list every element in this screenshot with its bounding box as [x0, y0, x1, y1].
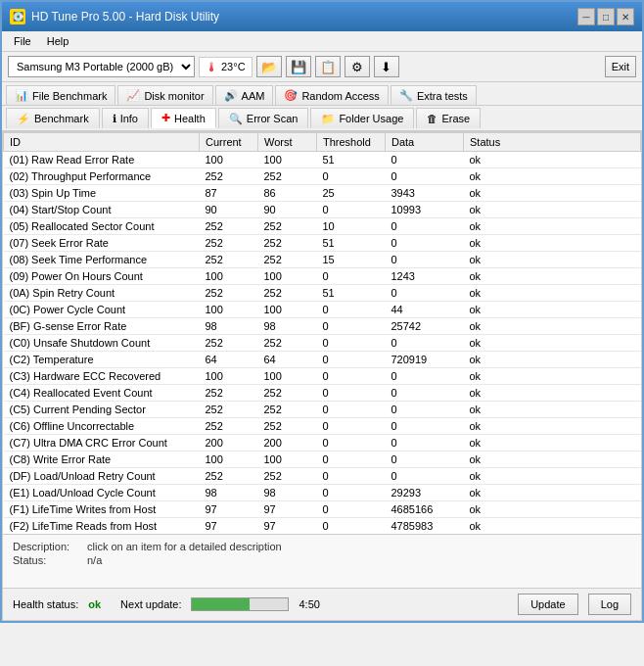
cell-data: 0	[386, 252, 464, 268]
tab-folder-usage[interactable]: 📁 Folder Usage	[310, 108, 414, 128]
cell-status: ok	[464, 435, 641, 452]
table-row[interactable]: (C6) Offline Uncorrectable 252 252 0 0 o…	[4, 418, 641, 435]
tab-erase-label: Erase	[441, 113, 470, 124]
toolbar-btn-4[interactable]: ⚙	[345, 56, 370, 77]
cell-status: ok	[464, 418, 641, 435]
folder-usage-icon: 📁	[321, 113, 335, 125]
cell-threshold: 0	[317, 485, 386, 501]
cell-threshold: 0	[317, 168, 386, 185]
cell-status: ok	[464, 501, 641, 518]
table-row[interactable]: (F2) LifeTime Reads from Host 97 97 0 47…	[4, 518, 641, 535]
table-row[interactable]: (08) Seek Time Performance 252 252 15 0 …	[4, 252, 641, 268]
table-row[interactable]: (BF) G-sense Error Rate 98 98 0 25742 ok	[4, 318, 641, 335]
tab-aam[interactable]: 🔊 AAM	[215, 85, 274, 105]
toolbar-btn-5[interactable]: ⬇	[374, 56, 399, 77]
toolbar-btn-3[interactable]: 📋	[315, 56, 341, 77]
cell-threshold: 25	[317, 185, 386, 202]
cell-data: 29293	[386, 485, 464, 501]
cell-current: 252	[200, 168, 258, 185]
cell-threshold: 51	[317, 235, 386, 252]
table-row[interactable]: (C7) Ultra DMA CRC Error Count 200 200 0…	[4, 435, 641, 452]
cell-status: ok	[464, 485, 641, 501]
cell-threshold: 0	[317, 468, 386, 485]
table-row[interactable]: (F1) LifeTime Writes from Host 97 97 0 4…	[4, 501, 641, 518]
aam-icon: 🔊	[224, 89, 238, 102]
cell-data: 0	[386, 152, 464, 168]
table-row[interactable]: (02) Throughput Performance 252 252 0 0 …	[4, 168, 641, 185]
table-row[interactable]: (0A) Spin Retry Count 252 252 51 0 ok	[4, 285, 641, 302]
tab-error-scan-label: Error Scan	[247, 113, 299, 124]
tab-extra-tests[interactable]: 🔧 Extra tests	[391, 85, 477, 105]
menu-file[interactable]: File	[6, 33, 39, 49]
cell-id: (C8) Write Error Rate	[4, 452, 200, 468]
cell-status: ok	[464, 218, 641, 235]
table-row[interactable]: (DF) Load/Unload Retry Count 252 252 0 0…	[4, 468, 641, 485]
table-row[interactable]: (03) Spin Up Time 87 86 25 3943 ok	[4, 185, 641, 202]
toolbar-btn-2[interactable]: 💾	[286, 56, 311, 77]
minimize-button[interactable]: ─	[577, 8, 595, 25]
cell-threshold: 51	[317, 285, 386, 302]
exit-button[interactable]: Exit	[605, 56, 636, 77]
table-row[interactable]: (C0) Unsafe Shutdown Count 252 252 0 0 o…	[4, 335, 641, 352]
tab-file-benchmark[interactable]: 📊 File Benchmark	[6, 85, 115, 105]
title-bar-left: 💽 HD Tune Pro 5.00 - Hard Disk Utility	[10, 9, 219, 24]
tab-info[interactable]: ℹ Info	[102, 108, 149, 128]
update-button[interactable]: Update	[518, 594, 577, 615]
tab-erase[interactable]: 🗑 Erase	[416, 108, 481, 128]
disk-monitor-icon: 📈	[126, 89, 140, 102]
table-row[interactable]: (09) Power On Hours Count 100 100 0 1243…	[4, 268, 641, 285]
cell-id: (F1) LifeTime Writes from Host	[4, 501, 200, 518]
drive-selector[interactable]: Samsung M3 Portable (2000 gB)	[8, 56, 195, 77]
table-row[interactable]: (04) Start/Stop Count 90 90 0 10993 ok	[4, 202, 641, 218]
cell-status: ok	[464, 252, 641, 268]
table-row[interactable]: (07) Seek Error Rate 252 252 51 0 ok	[4, 235, 641, 252]
cell-id: (E1) Load/Unload Cycle Count	[4, 485, 200, 501]
maximize-button[interactable]: □	[597, 8, 615, 25]
log-button[interactable]: Log	[588, 594, 631, 615]
table-row[interactable]: (C5) Current Pending Sector 252 252 0 0 …	[4, 402, 641, 418]
tab-health[interactable]: ✚ Health	[151, 108, 216, 128]
toolbar-btn-1[interactable]: 📂	[256, 56, 282, 77]
table-row[interactable]: (C3) Hardware ECC Recovered 100 100 0 0 …	[4, 368, 641, 385]
cell-data: 0	[386, 385, 464, 402]
cell-worst: 100	[258, 268, 317, 285]
health-table-container[interactable]: ID Current Worst Threshold Data Status (…	[3, 132, 641, 534]
cell-data: 4685166	[386, 501, 464, 518]
tab-random-access[interactable]: 🎯 Random Access	[275, 85, 388, 105]
benchmark-icon: ⚡	[17, 113, 30, 125]
temperature-display: 🌡 23°C	[199, 57, 253, 77]
table-row[interactable]: (C8) Write Error Rate 100 100 0 0 ok	[4, 452, 641, 468]
cell-worst: 98	[258, 318, 317, 335]
cell-data: 4785983	[386, 518, 464, 535]
tab-disk-monitor[interactable]: 📈 Disk monitor	[117, 85, 212, 105]
table-row[interactable]: (05) Reallocated Sector Count 252 252 10…	[4, 218, 641, 235]
cell-status: ok	[464, 352, 641, 368]
table-row[interactable]: (01) Raw Read Error Rate 100 100 51 0 ok	[4, 152, 641, 168]
close-button[interactable]: ✕	[617, 8, 634, 25]
cell-current: 252	[200, 335, 258, 352]
description-value: click on an item for a detailed descript…	[87, 541, 282, 552]
cell-threshold: 0	[317, 385, 386, 402]
table-row[interactable]: (C4) Reallocated Event Count 252 252 0 0…	[4, 385, 641, 402]
tab-benchmark[interactable]: ⚡ Benchmark	[6, 108, 100, 128]
cell-status: ok	[464, 302, 641, 318]
cell-worst: 252	[258, 235, 317, 252]
cell-current: 252	[200, 285, 258, 302]
menu-help[interactable]: Help	[39, 33, 77, 49]
cell-current: 252	[200, 218, 258, 235]
cell-status: ok	[464, 518, 641, 535]
tab-error-scan[interactable]: 🔍 Error Scan	[218, 108, 309, 128]
app-icon: 💽	[10, 9, 25, 24]
cell-data: 0	[386, 468, 464, 485]
cell-data: 44	[386, 302, 464, 318]
cell-current: 252	[200, 402, 258, 418]
cell-status: ok	[464, 335, 641, 352]
table-row[interactable]: (C2) Temperature 64 64 0 720919 ok	[4, 352, 641, 368]
table-row[interactable]: (E1) Load/Unload Cycle Count 98 98 0 292…	[4, 485, 641, 501]
cell-threshold: 0	[317, 335, 386, 352]
cell-worst: 97	[258, 518, 317, 535]
table-row[interactable]: (0C) Power Cycle Count 100 100 0 44 ok	[4, 302, 641, 318]
cell-current: 100	[200, 368, 258, 385]
cell-worst: 252	[258, 402, 317, 418]
cell-id: (02) Throughput Performance	[4, 168, 200, 185]
